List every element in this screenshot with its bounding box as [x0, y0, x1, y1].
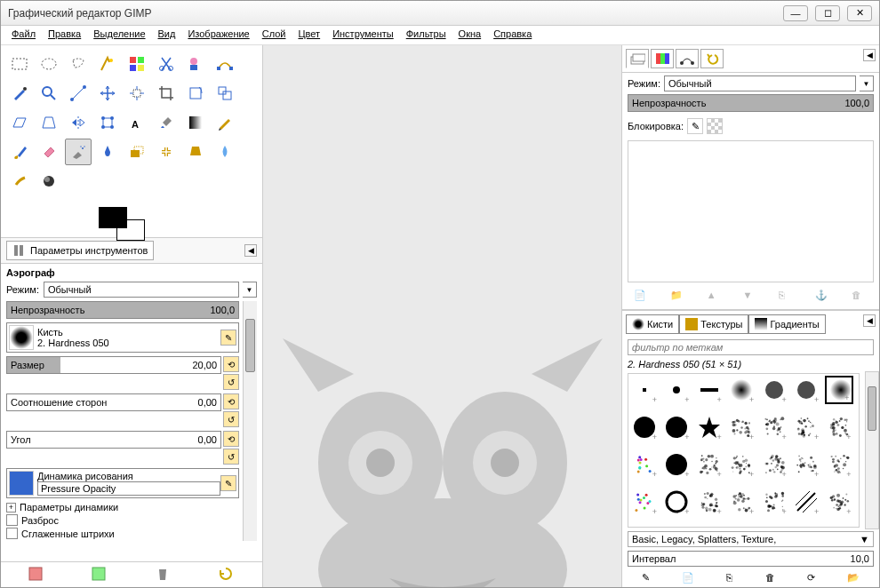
- brush-cell[interactable]: +: [662, 450, 691, 479]
- brush-cell[interactable]: +: [760, 488, 788, 516]
- tool-shear[interactable]: [6, 109, 33, 136]
- brush-cell[interactable]: +: [662, 413, 691, 441]
- brush-cell[interactable]: +: [695, 488, 724, 516]
- tool-ink[interactable]: [94, 139, 121, 165]
- tool-paths[interactable]: [212, 51, 238, 77]
- tool-flip[interactable]: [65, 109, 92, 136]
- tool-rotate[interactable]: [182, 80, 209, 107]
- layers-list[interactable]: [628, 140, 874, 282]
- layer-mode-select[interactable]: Обычный: [664, 75, 856, 91]
- tool-scissors[interactable]: [153, 51, 180, 77]
- tool-align[interactable]: [124, 80, 150, 107]
- minimize-button[interactable]: —: [783, 5, 808, 21]
- brushes-dock-arrow[interactable]: ◀: [863, 314, 876, 327]
- brush-cell[interactable]: +: [630, 376, 659, 404]
- brush-cell[interactable]: +: [695, 450, 724, 479]
- tool-airbrush[interactable]: [65, 139, 92, 165]
- layer-down-icon[interactable]: ▼: [742, 290, 758, 306]
- brush-cell[interactable]: +: [662, 376, 691, 404]
- dynamics-expander[interactable]: +Параметры динамики: [6, 502, 239, 513]
- anchor-layer-icon[interactable]: ⚓: [815, 290, 831, 306]
- tool-blend[interactable]: [182, 109, 209, 136]
- tool-color-picker[interactable]: [6, 80, 33, 107]
- brush-cell[interactable]: +: [792, 450, 820, 479]
- angle-slider[interactable]: Угол 0,00: [6, 431, 221, 449]
- paths-tab[interactable]: [676, 49, 699, 68]
- menu-help[interactable]: Справка: [493, 28, 532, 42]
- brush-cell[interactable]: +: [630, 413, 659, 441]
- brush-cell[interactable]: +: [630, 450, 659, 479]
- tool-fuzzy-select[interactable]: [94, 51, 121, 77]
- tool-perspective[interactable]: [36, 109, 62, 136]
- smooth-checkbox[interactable]: Сглаженные штрихи: [6, 528, 239, 539]
- aspect-link-icon[interactable]: ⟲: [223, 393, 239, 409]
- angle-reset-icon[interactable]: ↺: [223, 449, 239, 465]
- tool-smudge[interactable]: [6, 168, 33, 195]
- layers-tab[interactable]: [626, 49, 649, 68]
- menu-layer[interactable]: Слой: [262, 28, 286, 42]
- brush-cell[interactable]: +: [630, 488, 659, 516]
- close-button[interactable]: ✕: [847, 5, 872, 21]
- restore-preset-icon[interactable]: [91, 566, 108, 584]
- brush-categories[interactable]: Basic, Legacy, Splatters, Texture,▼: [628, 531, 874, 547]
- fg-color[interactable]: [99, 207, 127, 228]
- opacity-slider[interactable]: Непрозрачность 100,0: [6, 301, 239, 319]
- brush-cell[interactable]: +: [792, 488, 820, 516]
- brush-cell[interactable]: +: [825, 488, 853, 516]
- tool-cage[interactable]: [94, 109, 121, 136]
- brush-cell[interactable]: +: [760, 450, 788, 479]
- brush-scrollbar[interactable]: [865, 371, 879, 529]
- menu-windows[interactable]: Окна: [459, 28, 482, 42]
- brush-cell[interactable]: +: [792, 376, 820, 404]
- menu-image[interactable]: Изображение: [188, 28, 249, 42]
- edit-brush-icon[interactable]: ✎: [642, 572, 650, 584]
- textures-tab[interactable]: Текстуры: [679, 314, 748, 334]
- delete-layer-icon[interactable]: 🗑: [852, 290, 868, 306]
- layer-opacity-slider[interactable]: Непрозрачность 100,0: [628, 94, 874, 112]
- brush-cell[interactable]: +: [727, 450, 756, 479]
- mode-select-arrow[interactable]: ▼: [243, 282, 257, 298]
- open-brush-icon[interactable]: 📂: [847, 572, 860, 584]
- dynamics-selector[interactable]: Динамика рисования Pressure Opacity ✎: [6, 468, 239, 498]
- menu-select[interactable]: Выделение: [93, 28, 145, 42]
- mode-select[interactable]: Обычный: [44, 282, 239, 298]
- brush-cell[interactable]: +: [695, 413, 724, 441]
- interval-slider[interactable]: Интервал 10,0: [628, 551, 874, 567]
- brush-cell[interactable]: +: [662, 488, 691, 516]
- new-brush-icon[interactable]: 📄: [682, 572, 694, 584]
- tool-crop[interactable]: [153, 80, 180, 107]
- new-layer-icon[interactable]: 📄: [634, 290, 650, 306]
- brush-cell[interactable]: +: [792, 413, 820, 441]
- tool-rect-select[interactable]: [6, 51, 33, 77]
- tool-heal[interactable]: [153, 139, 180, 165]
- lock-alpha-icon[interactable]: [707, 118, 723, 134]
- delete-brush-icon[interactable]: 🗑: [765, 572, 775, 584]
- tool-paintbrush[interactable]: [6, 139, 33, 165]
- layers-dock-arrow[interactable]: ◀: [863, 49, 876, 61]
- size-reset-icon[interactable]: ↺: [223, 374, 239, 390]
- menu-filters[interactable]: Фильтры: [406, 28, 446, 42]
- layer-mode-arrow[interactable]: ▼: [860, 75, 874, 91]
- tool-foreground-select[interactable]: [182, 51, 209, 77]
- brush-cell[interactable]: +: [825, 450, 853, 479]
- tool-bucket-fill[interactable]: [153, 109, 180, 136]
- menu-file[interactable]: Файл: [12, 28, 36, 42]
- channels-tab[interactable]: [651, 49, 674, 68]
- tool-dodge-burn[interactable]: [36, 168, 62, 195]
- lock-pixels-icon[interactable]: ✎: [687, 118, 703, 134]
- menu-color[interactable]: Цвет: [298, 28, 320, 42]
- layer-group-icon[interactable]: 📁: [670, 290, 686, 306]
- options-scrollbar[interactable]: [243, 301, 257, 541]
- color-swatch[interactable]: [99, 207, 141, 237]
- menu-view[interactable]: Вид: [158, 28, 176, 42]
- tool-clone[interactable]: [124, 139, 150, 165]
- brush-cell[interactable]: +: [825, 413, 853, 441]
- dynamics-edit-icon[interactable]: ✎: [220, 475, 236, 491]
- tool-eraser[interactable]: [36, 139, 62, 165]
- tool-zoom[interactable]: [36, 80, 62, 107]
- gradients-tab[interactable]: Градиенты: [748, 314, 825, 334]
- undo-tab[interactable]: [700, 49, 724, 68]
- refresh-brush-icon[interactable]: ⟳: [807, 572, 815, 584]
- tool-scale[interactable]: [212, 80, 238, 107]
- brush-cell[interactable]: +: [825, 376, 853, 404]
